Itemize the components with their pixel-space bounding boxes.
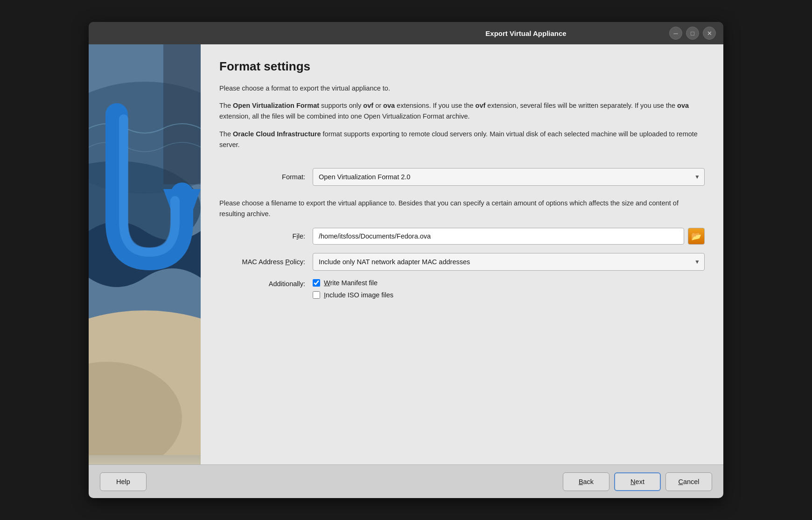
page-title: Format settings: [219, 59, 705, 74]
cancel-label: Cancel: [678, 478, 699, 485]
include-iso-checkbox[interactable]: [313, 291, 320, 299]
include-iso-label: Include ISO image files: [324, 291, 393, 299]
additionally-row: Additionally: Write Manifest file Includ…: [219, 279, 705, 299]
file-row: File: 📂: [219, 228, 705, 245]
window-title: Export Virtual Appliance: [383, 29, 669, 37]
format-label: Format:: [219, 173, 313, 181]
minimize-button[interactable]: ─: [669, 27, 682, 40]
mac-select[interactable]: Include all network adapter MAC addresse…: [313, 253, 705, 271]
titlebar: Export Virtual Appliance ─ □ ✕: [89, 22, 723, 44]
ovf-bold4: ovf: [476, 102, 486, 109]
file-browse-button[interactable]: 📂: [688, 228, 705, 245]
ovf-bold2: ovf: [363, 102, 373, 109]
sidebar-art-panel: [89, 44, 201, 464]
file-input-row: 📂: [313, 228, 705, 245]
file-input[interactable]: [313, 228, 684, 245]
mac-label: MAC Address Policy:: [219, 258, 313, 266]
maximize-button[interactable]: □: [686, 27, 699, 40]
ovf-bold5: ova: [677, 102, 689, 109]
svg-rect-5: [163, 44, 201, 184]
window-controls: ─ □ ✕: [669, 27, 716, 40]
include-iso-row[interactable]: Include ISO image files: [313, 291, 393, 299]
desc-ovf: The Open Virtualization Format supports …: [219, 100, 705, 122]
cancel-button[interactable]: Cancel: [665, 472, 712, 491]
mac-row: MAC Address Policy: Include all network …: [219, 253, 705, 271]
footer-left: Help: [100, 472, 147, 491]
back-button[interactable]: Back: [563, 472, 609, 491]
footer-right: Back Next Cancel: [563, 472, 712, 491]
content-area: Format settings Please choose a format t…: [89, 44, 723, 464]
write-manifest-label: Write Manifest file: [324, 279, 378, 287]
desc4: Please choose a filename to export the v…: [219, 198, 705, 219]
file-label: File:: [219, 232, 313, 240]
export-appliance-window: Export Virtual Appliance ─ □ ✕: [89, 22, 723, 498]
next-label: Next: [630, 478, 644, 485]
main-panel: Format settings Please choose a format t…: [201, 44, 723, 464]
footer: Help Back Next Cancel: [89, 464, 723, 498]
desc1: Please choose a format to export the vir…: [219, 83, 705, 94]
ovf-bold1: Open Virtualization Format: [233, 102, 319, 109]
write-manifest-row[interactable]: Write Manifest file: [313, 279, 393, 287]
additionally-label: Additionally:: [219, 279, 313, 288]
desc-oci: The Oracle Cloud Infrastructure format s…: [219, 129, 705, 150]
close-button[interactable]: ✕: [703, 27, 716, 40]
help-button[interactable]: Help: [100, 472, 147, 491]
folder-up-icon: 📂: [691, 231, 701, 241]
format-row: Format: Open Virtualization Format 0.9 O…: [219, 168, 705, 186]
back-label: Back: [579, 478, 594, 485]
format-section: Format: Open Virtualization Format 0.9 O…: [219, 168, 705, 194]
write-manifest-checkbox[interactable]: [313, 279, 320, 287]
format-select[interactable]: Open Virtualization Format 0.9 Open Virt…: [313, 168, 705, 186]
next-button[interactable]: Next: [614, 472, 661, 491]
ovf-bold3: ova: [383, 102, 395, 109]
oci-bold: Oracle Cloud Infrastructure: [233, 130, 321, 138]
mac-select-wrapper: Include all network adapter MAC addresse…: [313, 253, 705, 271]
format-select-wrapper: Open Virtualization Format 0.9 Open Virt…: [313, 168, 705, 186]
checkboxes-column: Write Manifest file Include ISO image fi…: [313, 279, 393, 299]
